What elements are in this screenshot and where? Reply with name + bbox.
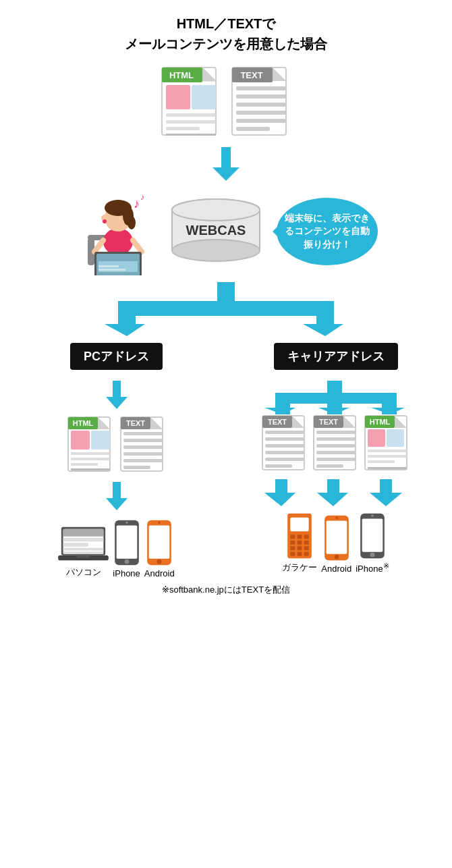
svg-rect-10: [166, 134, 216, 136]
pc-arrow2: [106, 482, 128, 510]
svg-rect-61: [91, 431, 110, 450]
svg-rect-21: [221, 147, 231, 169]
svg-rect-85: [63, 548, 104, 551]
svg-rect-143: [304, 535, 309, 539]
speech-bubble: 端末毎に、表示できるコンテンツを自動振り分け！: [277, 198, 378, 265]
svg-rect-72: [123, 445, 163, 449]
svg-rect-128: [387, 429, 404, 447]
svg-rect-16: [236, 94, 286, 99]
svg-line-27: [133, 240, 142, 252]
device-android-pc: Android: [144, 520, 175, 578]
svg-text:TEXT: TEXT: [318, 418, 337, 426]
svg-rect-96: [275, 393, 397, 404]
page-wrapper: HTML／TEXTで メールコンテンツを用意した場合 HTML: [0, 0, 452, 609]
svg-marker-77: [106, 498, 128, 510]
svg-marker-98: [264, 408, 295, 414]
svg-point-155: [334, 555, 339, 560]
pc-text-doc: TEXT: [119, 416, 167, 474]
svg-rect-17: [236, 103, 286, 107]
page-title: HTML／TEXTで メールコンテンツを用意した場合: [125, 13, 327, 54]
svg-rect-131: [368, 460, 395, 463]
text-doc-icon: TEXT: [231, 66, 291, 140]
svg-rect-132: [368, 467, 407, 469]
svg-point-33: [103, 219, 107, 223]
device-feature-phone: ガラケー: [282, 513, 317, 574]
carrier-text-doc2: TEXT: [312, 414, 360, 472]
svg-rect-88: [116, 526, 137, 559]
device-iphone-carrier: iPhone※: [356, 513, 389, 574]
svg-rect-119: [316, 444, 356, 447]
svg-point-31: [128, 216, 136, 229]
svg-point-156: [335, 517, 337, 519]
svg-rect-107: [265, 431, 304, 434]
svg-rect-20: [236, 127, 270, 131]
device-laptop: パソコン: [58, 526, 109, 578]
svg-rect-60: [71, 431, 90, 450]
svg-rect-7: [166, 113, 216, 117]
svg-rect-118: [316, 437, 356, 441]
svg-text:HTML: HTML: [369, 418, 390, 426]
svg-point-94: [159, 522, 161, 524]
footer-note: ※softbank.ne.jpにはTEXTを配信: [162, 584, 290, 596]
device-android-carrier: Android: [321, 515, 351, 574]
svg-rect-146: [304, 541, 309, 545]
carrier-device-row: ガラケー Android: [282, 513, 389, 574]
webcas-section: ♪ ♪ WEBCAS: [7, 188, 445, 275]
pc-html-doc: HTML: [67, 416, 114, 474]
svg-point-45: [172, 240, 260, 261]
svg-rect-152: [304, 552, 309, 556]
svg-rect-120: [316, 451, 356, 454]
carrier-col: キャリアアドレス: [231, 343, 441, 574]
svg-rect-141: [291, 535, 295, 539]
svg-point-160: [371, 515, 373, 517]
svg-text:HTML: HTML: [169, 70, 194, 80]
carrier-address-label: キャリアアドレス: [274, 343, 398, 370]
svg-rect-110: [265, 451, 304, 454]
svg-marker-53: [303, 324, 343, 336]
svg-rect-82: [63, 543, 88, 547]
svg-rect-121: [316, 458, 356, 461]
svg-text:WEBCAS: WEBCAS: [186, 223, 246, 238]
svg-rect-81: [63, 538, 104, 542]
svg-text:♪: ♪: [134, 197, 140, 211]
svg-marker-51: [105, 324, 145, 336]
svg-rect-8: [166, 120, 216, 124]
pc-doc-row: HTML TEXT: [67, 416, 167, 474]
svg-rect-39: [98, 256, 138, 261]
svg-rect-95: [327, 381, 342, 393]
svg-rect-41: [98, 269, 125, 271]
svg-rect-117: [316, 431, 356, 434]
svg-rect-158: [362, 519, 383, 552]
svg-rect-75: [123, 466, 150, 469]
svg-point-89: [124, 560, 129, 564]
iphone-label-carrier: iPhone※: [356, 562, 389, 574]
svg-marker-22: [213, 167, 239, 181]
svg-rect-63: [71, 458, 110, 460]
laptop-label: パソコン: [66, 566, 101, 578]
svg-rect-86: [63, 551, 104, 554]
svg-rect-145: [298, 541, 302, 545]
svg-rect-151: [298, 552, 302, 556]
html-doc-icon: HTML: [161, 66, 221, 140]
main-branch-arrow: [64, 282, 388, 336]
svg-rect-92: [149, 526, 170, 559]
svg-rect-65: [71, 468, 110, 470]
svg-rect-19: [236, 119, 286, 123]
svg-rect-80: [63, 529, 104, 537]
svg-rect-84: [78, 555, 90, 558]
svg-rect-70: [123, 432, 163, 435]
svg-marker-100: [318, 408, 349, 414]
svg-rect-130: [368, 455, 407, 458]
svg-rect-147: [291, 547, 295, 551]
svg-rect-64: [71, 463, 98, 466]
svg-marker-102: [371, 408, 405, 414]
svg-rect-154: [326, 521, 347, 554]
svg-text:♪: ♪: [140, 192, 144, 202]
svg-rect-108: [265, 437, 304, 441]
svg-rect-150: [291, 552, 295, 556]
svg-rect-112: [265, 464, 292, 468]
svg-text:TEXT: TEXT: [267, 418, 286, 426]
svg-rect-144: [291, 541, 295, 545]
svg-rect-129: [368, 450, 407, 452]
top-doc-row: HTML TEXT: [161, 66, 291, 140]
